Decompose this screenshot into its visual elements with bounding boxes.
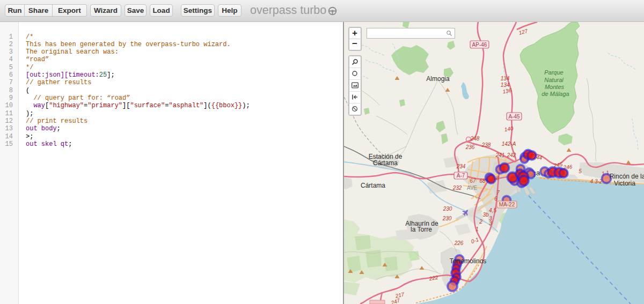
svg-text:232: 232 xyxy=(452,185,462,191)
svg-text:8: 8 xyxy=(496,175,499,181)
svg-text:134: 134 xyxy=(501,82,510,88)
svg-text:2: 2 xyxy=(479,219,482,225)
svg-text:67: 67 xyxy=(470,178,476,184)
svg-text:248: 248 xyxy=(470,136,480,142)
svg-text:238: 238 xyxy=(481,142,491,148)
svg-text:6: 6 xyxy=(494,196,497,202)
svg-text:Rincón de la: Rincón de la xyxy=(610,173,644,180)
svg-text:230: 230 xyxy=(443,206,452,212)
svg-text:Cártama: Cártama xyxy=(373,159,398,167)
svg-text:5: 5 xyxy=(579,168,582,174)
svg-text:4,5: 4,5 xyxy=(489,207,496,213)
svg-text:Almogia: Almogia xyxy=(426,75,450,83)
svg-text:Victoria: Victoria xyxy=(614,180,635,187)
svg-text:7: 7 xyxy=(496,190,500,196)
svg-text:Cártama: Cártama xyxy=(361,182,385,189)
svg-text:A-45: A-45 xyxy=(508,114,520,120)
svg-text:MA-22: MA-22 xyxy=(499,202,515,207)
svg-text:241: 241 xyxy=(495,152,505,158)
svg-text:4 3-2: 4 3-2 xyxy=(590,179,603,184)
svg-text:A-7: A-7 xyxy=(457,173,465,179)
svg-text:Montes: Montes xyxy=(545,84,565,90)
svg-text:236: 236 xyxy=(465,144,475,150)
svg-text:AVE: AVE xyxy=(467,185,478,191)
svg-text:134: 134 xyxy=(501,76,510,81)
svg-text:142-A: 142-A xyxy=(502,141,516,147)
svg-text:1: 1 xyxy=(475,226,479,232)
svg-text:Torremolinos: Torremolinos xyxy=(450,257,487,265)
svg-text:de Málaga: de Málaga xyxy=(541,91,569,97)
svg-text:3: 3 xyxy=(489,220,492,226)
svg-text:234: 234 xyxy=(456,164,466,169)
svg-text:Parque: Parque xyxy=(544,69,563,76)
svg-text:AP-46: AP-46 xyxy=(472,42,487,48)
svg-text:Natural: Natural xyxy=(544,77,564,83)
svg-text:la Torre: la Torre xyxy=(411,226,432,233)
svg-text:242: 242 xyxy=(507,152,516,158)
svg-text:230: 230 xyxy=(442,216,452,221)
svg-text:3b: 3b xyxy=(482,212,489,218)
svg-text:226: 226 xyxy=(454,240,464,246)
